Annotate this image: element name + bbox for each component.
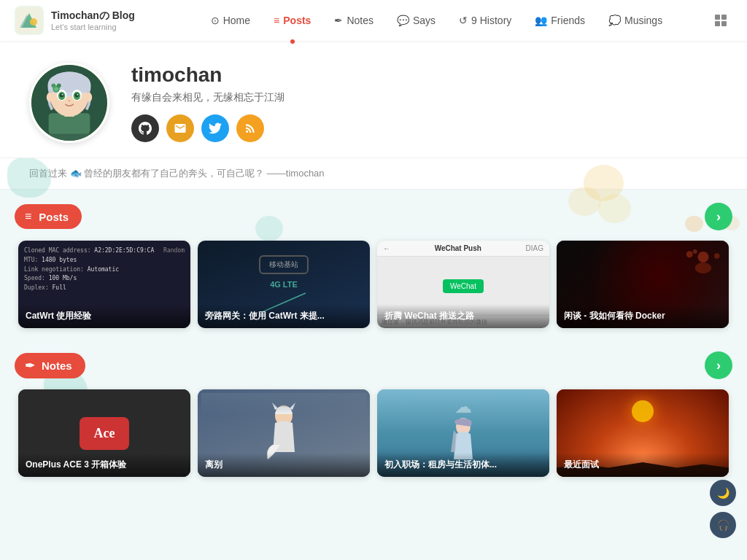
says-icon: 💬 bbox=[397, 15, 409, 26]
svg-point-30 bbox=[698, 252, 709, 262]
card-job-title: 初入职场：租房与生活初体... bbox=[377, 453, 549, 477]
posts-tag[interactable]: ≡ Posts bbox=[15, 204, 82, 229]
nav-posts[interactable]: ≡ Posts bbox=[263, 10, 321, 31]
posts-tag-label: Posts bbox=[39, 211, 69, 223]
nav-notes-label: Notes bbox=[347, 15, 374, 26]
nav-says-label: Says bbox=[413, 15, 436, 26]
nav-posts-label: Posts bbox=[283, 15, 311, 26]
svg-point-20 bbox=[62, 94, 63, 96]
brand-title: Timochanの Blog bbox=[51, 9, 135, 23]
moon-button[interactable]: 🌙 bbox=[710, 480, 736, 506]
card-bypass[interactable]: 移动基站 4G LTE 旁路网关：使用 CatWrt 来提... bbox=[198, 241, 370, 328]
card-catwrt[interactable]: Cloned MAC address: A2:2D:2E:5D:C9:CA Ra… bbox=[18, 241, 190, 328]
card-catwrt-title: CatWrt 使用经验 bbox=[18, 304, 190, 328]
posts-section: ≡ Posts › Cloned MAC address: A2:2D:2E:5… bbox=[0, 190, 747, 335]
svg-rect-5 bbox=[721, 15, 727, 20]
svg-point-22 bbox=[69, 100, 71, 102]
svg-point-33 bbox=[714, 253, 720, 259]
profile-section: timochan 有缘自会来相见，无缘相忘于江湖 bbox=[0, 41, 747, 158]
main-content: timochan 有缘自会来相见，无缘相忘于江湖 bbox=[0, 41, 747, 484]
card-interview-title: 最近面试 bbox=[557, 453, 729, 477]
svg-point-28 bbox=[85, 93, 92, 102]
nav-notes[interactable]: ✒ Notes bbox=[324, 10, 384, 31]
svg-rect-4 bbox=[715, 15, 720, 20]
svg-point-18 bbox=[60, 93, 64, 98]
twitter-link[interactable] bbox=[201, 114, 229, 142]
brand-text: Timochanの Blog Let's start learning bbox=[51, 9, 135, 31]
svg-point-3 bbox=[30, 18, 37, 26]
github-link[interactable] bbox=[131, 114, 159, 142]
notes-section: ✒ Notes › Ace OnePlus ACE 3 开箱体验 bbox=[0, 338, 747, 484]
notes-icon: ✒ bbox=[334, 15, 343, 26]
posts-tag-icon: ≡ bbox=[25, 210, 31, 223]
nav-links: ⊙ Home ≡ Posts ✒ Notes 💬 Says ↺ 9 Histor… bbox=[164, 10, 709, 31]
notes-more-button[interactable]: › bbox=[705, 351, 732, 379]
musings-icon: 💭 bbox=[608, 15, 621, 26]
svg-point-31 bbox=[695, 262, 712, 273]
avatar bbox=[29, 63, 109, 143]
card-bypass-title: 旁路网关：使用 CatWrt 来提... bbox=[198, 304, 370, 328]
grid-icon[interactable] bbox=[709, 9, 732, 32]
profile-bio: 有缘自会来相见，无缘相忘于江湖 bbox=[131, 91, 718, 104]
email-link[interactable] bbox=[166, 114, 194, 142]
card-job[interactable]: ☁ 初入职场：租房与生活初体... bbox=[377, 389, 549, 477]
svg-point-19 bbox=[75, 93, 80, 98]
svg-point-21 bbox=[77, 94, 78, 96]
nav-says[interactable]: 💬 Says bbox=[387, 10, 446, 31]
headphone-button[interactable]: 🎧 bbox=[710, 512, 736, 538]
history-icon: ↺ bbox=[459, 15, 468, 26]
nav-right bbox=[709, 9, 732, 32]
card-wechat[interactable]: ← WeChat Push DIAG WeChat 通过改... 提供消息前往外… bbox=[377, 241, 549, 328]
svg-point-32 bbox=[686, 251, 693, 257]
brand-logo bbox=[15, 6, 44, 35]
notes-tag-icon: ✒ bbox=[25, 359, 34, 373]
svg-point-34 bbox=[693, 249, 697, 254]
posts-section-header: ≡ Posts › bbox=[0, 190, 747, 241]
svg-point-25 bbox=[51, 84, 55, 88]
nav-home-label: Home bbox=[223, 15, 250, 26]
nav-history-label: 9 History bbox=[471, 15, 511, 26]
posts-icon: ≡ bbox=[274, 15, 279, 26]
nav-history[interactable]: ↺ 9 History bbox=[449, 10, 522, 31]
card-interview[interactable]: 最近面试 bbox=[557, 389, 729, 477]
brand-subtitle: Let's start learning bbox=[51, 23, 135, 31]
notes-tag-label: Notes bbox=[42, 359, 72, 372]
float-buttons: 🌙 🎧 bbox=[710, 480, 736, 538]
social-links bbox=[131, 114, 718, 142]
card-parting-title: 离别 bbox=[198, 453, 370, 477]
card-oneplus-title: OnePlus ACE 3 开箱体验 bbox=[18, 453, 190, 477]
rss-link[interactable] bbox=[236, 114, 264, 142]
notes-grid: Ace OnePlus ACE 3 开箱体验 bbox=[0, 389, 747, 484]
profile-info: timochan 有缘自会来相见，无缘相忘于江湖 bbox=[131, 63, 718, 142]
card-parting[interactable]: 离别 bbox=[198, 389, 370, 477]
notes-tag[interactable]: ✒ Notes bbox=[15, 353, 85, 378]
svg-point-27 bbox=[47, 93, 53, 102]
svg-point-24 bbox=[54, 87, 58, 91]
nav-musings-label: Musings bbox=[624, 15, 662, 26]
home-icon: ⊙ bbox=[211, 15, 220, 26]
nav-friends[interactable]: 👥 Friends bbox=[525, 10, 595, 31]
posts-grid: Cloned MAC address: A2:2D:2E:5D:C9:CA Ra… bbox=[0, 241, 747, 335]
card-docker-title: 闲谈 - 我如何看待 Docker bbox=[557, 304, 729, 328]
card-docker[interactable]: 闲谈 - 我如何看待 Docker bbox=[557, 241, 729, 328]
friends-icon: 👥 bbox=[535, 15, 547, 26]
profile-name: timochan bbox=[131, 63, 718, 87]
card-oneplus[interactable]: Ace OnePlus ACE 3 开箱体验 bbox=[18, 389, 190, 477]
svg-point-26 bbox=[57, 84, 61, 88]
quote-bar: 回首过来 🐟 曾经的朋友都有了自己的奔头，可自己呢？ ——timochan bbox=[0, 158, 747, 190]
nav-home[interactable]: ⊙ Home bbox=[201, 10, 260, 31]
svg-rect-6 bbox=[715, 21, 720, 26]
quote-text: 回首过来 🐟 曾经的朋友都有了自己的奔头，可自己呢？ ——timochan bbox=[29, 168, 325, 179]
notes-section-header: ✒ Notes › bbox=[0, 338, 747, 389]
nav-friends-label: Friends bbox=[551, 15, 585, 26]
svg-rect-7 bbox=[721, 21, 727, 26]
posts-more-button[interactable]: › bbox=[705, 203, 732, 230]
navbar: Timochanの Blog Let's start learning ⊙ Ho… bbox=[0, 0, 747, 41]
brand[interactable]: Timochanの Blog Let's start learning bbox=[15, 6, 135, 35]
card-wechat-title: 折腾 WeChat 推送之路 bbox=[377, 304, 549, 328]
nav-musings[interactable]: 💭 Musings bbox=[598, 10, 673, 31]
